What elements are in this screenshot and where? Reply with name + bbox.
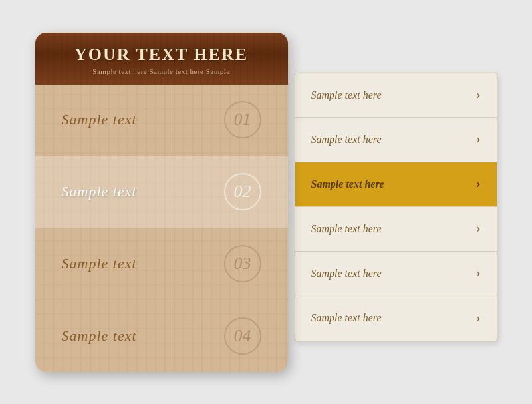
card-row-4-number: 04 (224, 317, 261, 355)
right-item-4-text: Sample text here (311, 223, 382, 235)
card-sub-title: Sample text here Sample text here Sample (49, 67, 275, 75)
right-item-1-arrow: › (477, 88, 481, 102)
main-container: YOUR TEXT HERE Sample text here Sample t… (35, 33, 497, 372)
card-row-2-number: 02 (224, 173, 261, 210)
card-row-3[interactable]: Sample text 03 (35, 228, 288, 300)
card-main-title: YOUR TEXT HERE (49, 45, 275, 65)
card-row-4-text: Sample text (62, 327, 137, 345)
right-item-4-arrow: › (477, 222, 481, 236)
card-row-3-number: 03 (224, 245, 261, 282)
card-header: YOUR TEXT HERE Sample text here Sample t… (35, 33, 288, 85)
right-item-3[interactable]: Sample text here › (295, 162, 497, 207)
right-item-3-arrow: › (477, 177, 481, 191)
right-item-1-text: Sample text here (311, 89, 382, 101)
card-body: Sample text 01 Sample text 02 Sample tex… (35, 85, 288, 372)
card-row-1-text: Sample text (62, 111, 137, 128)
right-item-6-arrow: › (477, 311, 481, 325)
right-item-1[interactable]: Sample text here › (295, 73, 497, 118)
left-card: YOUR TEXT HERE Sample text here Sample t… (35, 33, 288, 372)
right-item-6-text: Sample text here (311, 312, 382, 324)
card-row-2-text: Sample text (62, 183, 137, 200)
right-item-2-arrow: › (477, 132, 481, 146)
card-row-4[interactable]: Sample text 04 (35, 300, 288, 372)
card-row-2[interactable]: Sample text 02 (35, 156, 288, 228)
right-item-5[interactable]: Sample text here › (295, 252, 497, 296)
right-item-4[interactable]: Sample text here › (295, 207, 497, 252)
right-item-5-text: Sample text here (311, 268, 382, 280)
right-item-2-text: Sample text here (311, 134, 382, 146)
card-row-1[interactable]: Sample text 01 (35, 85, 288, 156)
right-panel: Sample text here › Sample text here › Sa… (295, 73, 497, 341)
right-item-5-arrow: › (477, 266, 481, 280)
right-item-6[interactable]: Sample text here › (295, 296, 497, 341)
right-item-3-text: Sample text here (311, 178, 384, 190)
right-item-2[interactable]: Sample text here › (295, 118, 497, 162)
card-row-3-text: Sample text (62, 255, 137, 272)
card-row-1-number: 01 (224, 101, 261, 138)
